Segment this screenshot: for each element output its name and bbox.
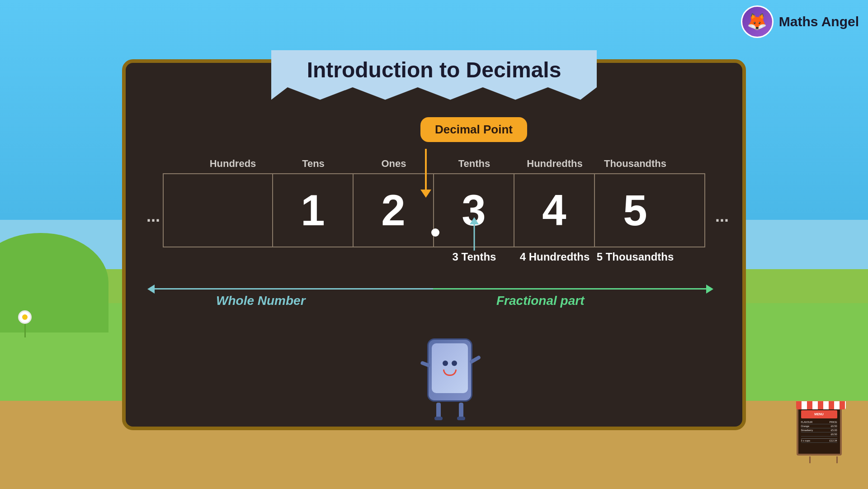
digits-row: 1 2 3 4 5 [163,173,705,247]
cell-hundredths: 4 [514,174,595,247]
page-title: Introduction to Decimals [307,57,561,82]
sub-label-thousandths: 5 Thousandths [597,251,674,263]
fractional-label: Fractional part [496,294,584,308]
sub-label-tenths: 3 Tenths [453,251,496,263]
fractional-arrow [433,285,713,294]
hill [0,233,108,332]
banner: Introduction to Decimals [271,50,597,100]
whole-number-arrow [147,285,437,294]
sub-label-hundredths: 4 Hundredths [520,251,590,263]
col-label-tens: Tens [273,158,354,170]
blackboard: Introduction to Decimals Decimal Point .… [122,59,746,430]
digit-hundredths: 4 [542,185,566,235]
digit-ones: 2 [381,185,405,235]
logo-icon: 🦊 [741,5,774,38]
sub-labels-area: 3 Tenths 4 Hundredths 5 Thousandths [163,251,705,263]
cell-hundreds [193,174,273,247]
decimal-point-text: Decimal Point [435,123,513,136]
decimal-dot [431,228,439,237]
decimal-point-arrow [420,149,431,198]
ellipsis-left: ... [146,207,160,226]
logo-area: 🦊 Maths Angel [741,5,859,38]
digit-tens: 1 [301,185,325,235]
menu-board: MENU FLAVOURPRICE Orange£6.50 Strawberry… [797,406,851,465]
decimal-point-label: Decimal Point [420,117,527,142]
column-labels: Hundreds Tens Ones Tenths Hundredths Tho… [163,158,705,170]
whole-number-label: Whole Number [216,294,306,308]
columns-area: Hundreds Tens Ones Tenths Hundredths Tho… [163,158,705,247]
phone-character [420,338,479,429]
col-label-tenths: Tenths [434,158,514,170]
logo-text: Maths Angel [779,14,859,29]
col-label-hundredths: Hundredths [514,158,595,170]
col-label-thousandths: Thousandths [595,158,675,170]
col-label-hundreds: Hundreds [193,158,273,170]
cell-tens: 1 [273,174,354,247]
flower [18,310,32,337]
ellipsis-right: ... [715,207,729,226]
cell-thousandths: 5 [595,174,675,247]
digit-thousandths: 5 [623,185,647,235]
